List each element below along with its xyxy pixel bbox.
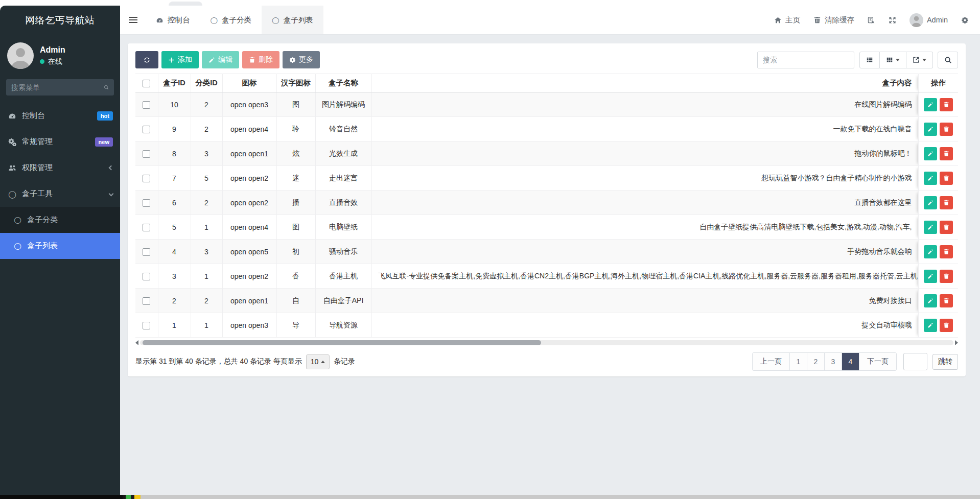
- fullscreen-button[interactable]: [889, 16, 896, 24]
- scrollbar-thumb[interactable]: [143, 340, 541, 345]
- row-delete-button[interactable]: [940, 294, 953, 307]
- tab-console[interactable]: 控制台: [146, 6, 200, 34]
- row-delete-button[interactable]: [940, 98, 953, 111]
- page-button-4-active[interactable]: 4: [842, 353, 859, 370]
- table-search-input[interactable]: [757, 52, 854, 68]
- row-delete-button[interactable]: [940, 147, 953, 160]
- row-delete-button[interactable]: [940, 172, 953, 185]
- sidebar-item-box-tools[interactable]: ◯ 盒子工具: [0, 181, 120, 207]
- column-header-content[interactable]: 盒子内容: [371, 74, 918, 92]
- cell-name: 走出迷宫: [315, 166, 371, 191]
- row-delete-button[interactable]: [940, 123, 953, 136]
- row-edit-button[interactable]: [924, 221, 937, 234]
- row-checkbox[interactable]: [143, 273, 150, 280]
- language-switch-button[interactable]: [868, 16, 875, 24]
- row-checkbox[interactable]: [143, 224, 150, 231]
- row-checkbox[interactable]: [143, 322, 150, 329]
- browser-strip: [0, 0, 980, 6]
- jump-page-input[interactable]: [903, 353, 927, 370]
- row-edit-button[interactable]: [924, 147, 937, 160]
- row-edit-button[interactable]: [924, 98, 937, 111]
- cell-operations: [918, 215, 958, 240]
- row-delete-button[interactable]: [940, 196, 953, 209]
- row-checkbox-cell: [135, 240, 158, 264]
- tab-box-category[interactable]: ◯ 盒子分类: [200, 6, 262, 34]
- column-header-box-id[interactable]: 盒子ID: [158, 74, 191, 92]
- page-button-3[interactable]: 3: [825, 353, 842, 370]
- avatar[interactable]: [7, 42, 34, 69]
- sidebar-search-input[interactable]: [11, 83, 104, 91]
- chevron-left-icon: [109, 165, 114, 171]
- column-header-name[interactable]: 盒子名称: [315, 74, 371, 92]
- scroll-left-arrow[interactable]: [135, 340, 138, 345]
- columns-button[interactable]: [880, 52, 906, 68]
- row-edit-button[interactable]: [924, 294, 937, 307]
- jump-button[interactable]: 跳转: [932, 354, 958, 370]
- table-row: 8 3 open open1 炫 光效生成 拖动你的鼠标吧！: [135, 141, 958, 166]
- row-edit-button[interactable]: [924, 123, 937, 136]
- sidebar-toggle-button[interactable]: [120, 6, 146, 34]
- trash-icon: [943, 224, 949, 230]
- select-all-checkbox[interactable]: [143, 80, 150, 87]
- page-size-dropdown[interactable]: 10: [306, 354, 330, 369]
- user-name: Admin: [40, 45, 65, 55]
- row-edit-button[interactable]: [924, 319, 937, 332]
- chevron-down-icon: [109, 192, 114, 197]
- pagination-controls: 上一页 1 2 3 4 下一页 跳转: [752, 352, 958, 371]
- cell-name: 图片解码编码: [315, 92, 371, 117]
- row-checkbox[interactable]: [143, 101, 150, 109]
- row-checkbox[interactable]: [143, 150, 150, 158]
- row-edit-button[interactable]: [924, 172, 937, 185]
- cell-box-id: 6: [158, 191, 191, 215]
- detail-view-button[interactable]: [859, 52, 880, 68]
- column-header-zh-icon[interactable]: 汉字图标: [276, 74, 315, 92]
- sidebar-item-box-category[interactable]: ◯ 盒子分类: [0, 207, 120, 233]
- sidebar-item-console[interactable]: 控制台 hot: [0, 103, 120, 129]
- export-button[interactable]: [906, 52, 933, 68]
- search-toggle-button[interactable]: [938, 52, 958, 68]
- scroll-right-arrow[interactable]: [955, 340, 958, 345]
- row-checkbox[interactable]: [143, 199, 150, 207]
- home-link[interactable]: 主页: [774, 15, 800, 25]
- row-delete-button[interactable]: [940, 221, 953, 234]
- sidebar-item-permissions[interactable]: 权限管理: [0, 155, 120, 181]
- row-checkbox[interactable]: [143, 175, 150, 182]
- column-header-icon[interactable]: 图标: [222, 74, 276, 92]
- row-edit-button[interactable]: [924, 196, 937, 209]
- sidebar-search: [6, 79, 114, 96]
- row-delete-button[interactable]: [940, 245, 953, 258]
- refresh-button[interactable]: [135, 51, 158, 68]
- settings-button[interactable]: [961, 16, 969, 24]
- page-size-value: 10: [311, 358, 319, 366]
- circle-icon: ◯: [8, 190, 16, 198]
- add-button[interactable]: 添加: [161, 51, 199, 68]
- row-checkbox[interactable]: [143, 297, 150, 305]
- cell-cat-id: 2: [191, 289, 222, 313]
- prev-page-button[interactable]: 上一页: [753, 353, 790, 370]
- gear-icon: [961, 16, 969, 24]
- cell-box-id: 10: [158, 92, 191, 117]
- row-checkbox[interactable]: [143, 126, 150, 133]
- clear-cache-link[interactable]: 清除缓存: [813, 15, 854, 25]
- column-header-ops: 操作: [918, 74, 958, 92]
- page-button-1[interactable]: 1: [790, 353, 807, 370]
- next-page-button[interactable]: 下一页: [859, 353, 896, 370]
- column-header-cat-id[interactable]: 分类ID: [191, 74, 222, 92]
- row-delete-button[interactable]: [940, 319, 953, 332]
- user-menu[interactable]: Admin: [909, 13, 948, 27]
- row-checkbox-cell: [135, 92, 158, 117]
- sidebar-item-box-list[interactable]: ◯ 盒子列表: [0, 233, 120, 259]
- more-button[interactable]: 更多: [283, 51, 320, 68]
- search-icon[interactable]: [104, 84, 109, 91]
- scrollbar-track[interactable]: [140, 340, 953, 345]
- pencil-icon: [927, 249, 934, 255]
- row-edit-button[interactable]: [924, 270, 937, 283]
- row-delete-button[interactable]: [940, 270, 953, 283]
- page-button-2[interactable]: 2: [807, 353, 825, 370]
- delete-button[interactable]: 删除: [242, 51, 279, 68]
- row-checkbox[interactable]: [143, 248, 150, 256]
- tab-box-list[interactable]: ◯ 盒子列表: [262, 6, 323, 34]
- sidebar-item-general[interactable]: 常规管理 new: [0, 129, 120, 155]
- row-edit-button[interactable]: [924, 245, 937, 258]
- edit-button[interactable]: 编辑: [202, 51, 239, 68]
